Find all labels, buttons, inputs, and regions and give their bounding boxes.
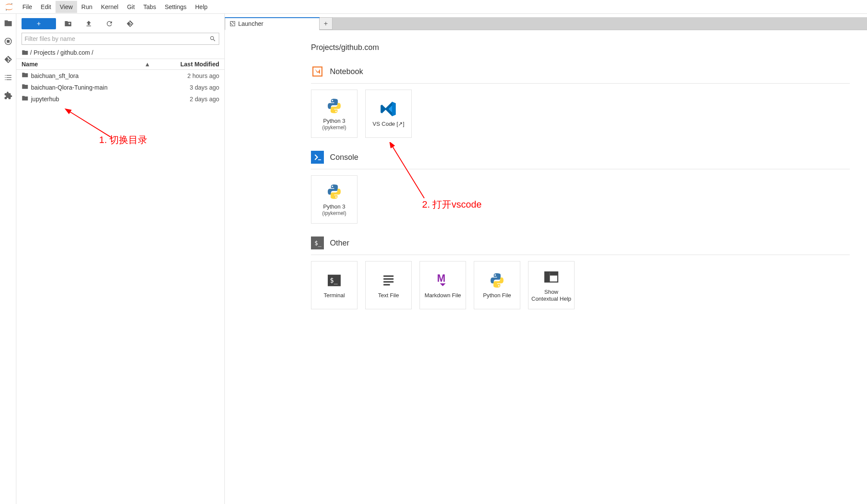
filter-box[interactable]	[22, 33, 219, 45]
card-label: Python File	[483, 292, 511, 299]
svg-rect-3	[7, 40, 9, 43]
markdown-icon: M	[432, 271, 453, 289]
launcher-icon	[230, 21, 236, 27]
card-markdown-file[interactable]: M Markdown File	[420, 261, 466, 309]
card-contextual-help[interactable]: Show Contextual Help	[528, 261, 575, 309]
breadcrumb-part[interactable]: Projects	[34, 49, 56, 56]
svg-point-0	[11, 3, 12, 4]
svg-rect-12	[383, 284, 390, 286]
svg-text:M: M	[437, 273, 445, 284]
card-label: VS Code [↗]	[373, 121, 404, 128]
help-layout-icon	[541, 268, 562, 286]
menu-edit[interactable]: Edit	[37, 1, 56, 13]
svg-rect-15	[545, 272, 550, 282]
divider	[311, 83, 850, 84]
menu-view[interactable]: View	[56, 1, 77, 13]
jupyter-logo	[4, 2, 14, 12]
file-row[interactable]: baichuan-Qlora-Tuning-main 3 days ago	[16, 81, 224, 93]
file-modified: 2 hours ago	[150, 72, 219, 79]
card-python-file[interactable]: Python File	[474, 261, 520, 309]
file-modified: 3 days ago	[150, 84, 219, 91]
new-folder-icon[interactable]	[59, 18, 77, 29]
folder-icon	[22, 83, 28, 91]
file-name: baichuan_sft_lora	[31, 72, 150, 79]
menu-bar: File Edit View Run Kernel Git Tabs Setti…	[0, 0, 867, 14]
breadcrumb-part[interactable]: github.com	[60, 49, 90, 56]
file-name: baichuan-Qlora-Tuning-main	[31, 84, 150, 91]
menu-run[interactable]: Run	[77, 1, 97, 13]
file-browser: / Projects / github.com / Name ▲ Last Mo…	[16, 14, 225, 504]
breadcrumb-sep: /	[30, 49, 32, 56]
git-toolbar-icon[interactable]	[121, 18, 139, 29]
svg-point-1	[6, 9, 6, 10]
menu-file[interactable]: File	[18, 1, 37, 13]
section-title: Other	[330, 239, 349, 248]
section-title: Notebook	[330, 67, 363, 76]
file-toolbar	[16, 14, 224, 33]
folder-icon	[22, 95, 28, 103]
main-content: Launcher + Projects/github.com Notebook	[225, 14, 867, 504]
section-title: Console	[330, 153, 358, 162]
breadcrumb-sep: /	[92, 49, 93, 56]
refresh-icon[interactable]	[101, 18, 118, 29]
svg-text:$_: $_	[314, 240, 322, 247]
header-modified[interactable]: Last Modified	[150, 61, 219, 68]
breadcrumb[interactable]: / Projects / github.com /	[16, 47, 224, 59]
svg-rect-10	[383, 278, 393, 280]
card-text-file[interactable]: Text File	[365, 261, 412, 309]
python-icon	[487, 271, 507, 289]
svg-rect-11	[383, 281, 393, 283]
menu-settings[interactable]: Settings	[160, 1, 191, 13]
card-terminal[interactable]: $_ Terminal	[311, 261, 357, 309]
launcher: Projects/github.com Notebook Python 3	[225, 30, 867, 504]
breadcrumb-sep: /	[57, 49, 59, 56]
vscode-icon	[378, 100, 399, 118]
file-row[interactable]: baichuan_sft_lora 2 hours ago	[16, 70, 224, 81]
notebook-section-icon	[311, 65, 324, 78]
filter-input[interactable]	[25, 35, 209, 42]
sort-asc-icon: ▲	[144, 61, 150, 68]
card-sublabel: (ipykernel)	[322, 124, 346, 131]
folder-tab-icon[interactable]	[3, 18, 13, 28]
card-vscode[interactable]: VS Code [↗]	[365, 90, 412, 138]
file-name: jupyterhub	[31, 96, 150, 103]
activity-bar	[0, 14, 16, 504]
other-section-icon: $_	[311, 236, 324, 249]
python-icon	[324, 97, 345, 115]
menu-kernel[interactable]: Kernel	[96, 1, 122, 13]
extensions-tab-icon[interactable]	[3, 90, 13, 101]
file-list: baichuan_sft_lora 2 hours ago baichuan-Q…	[16, 70, 224, 504]
card-label: Markdown File	[425, 292, 461, 299]
card-python3-notebook[interactable]: Python 3 (ipykernel)	[311, 90, 357, 138]
tab-launcher[interactable]: Launcher	[225, 17, 320, 30]
tab-add-button[interactable]: +	[320, 17, 333, 30]
toc-tab-icon[interactable]	[3, 72, 13, 83]
launcher-path: Projects/github.com	[311, 43, 850, 52]
card-label: Python 3	[323, 118, 345, 124]
file-row[interactable]: jupyterhub 2 days ago	[16, 93, 224, 105]
new-launcher-button[interactable]	[22, 18, 56, 29]
card-sublabel: (ipykernel)	[322, 210, 346, 216]
terminal-icon: $_	[324, 271, 345, 289]
card-label: Text File	[378, 292, 399, 299]
folder-icon	[22, 72, 28, 80]
tab-bar: Launcher +	[225, 17, 867, 30]
menu-git[interactable]: Git	[123, 1, 139, 13]
running-tab-icon[interactable]	[3, 36, 13, 47]
upload-icon[interactable]	[80, 18, 97, 29]
tab-title: Launcher	[238, 20, 263, 27]
header-name[interactable]: Name	[22, 61, 38, 68]
python-icon	[324, 183, 345, 201]
card-label: Terminal	[323, 292, 345, 299]
menu-tabs[interactable]: Tabs	[139, 1, 161, 13]
section-notebook: Notebook Python 3 (ipykernel)	[311, 65, 850, 138]
menu-help[interactable]: Help	[191, 1, 212, 13]
svg-rect-9	[383, 276, 393, 277]
card-python3-console[interactable]: Python 3 (ipykernel)	[311, 175, 357, 224]
file-list-header: Name ▲ Last Modified	[16, 59, 224, 70]
git-tab-icon[interactable]	[3, 54, 13, 65]
card-label: Show Contextual Help	[530, 289, 572, 302]
svg-rect-16	[550, 272, 558, 276]
folder-icon	[22, 49, 28, 56]
section-console: Console Python 3 (ipykernel)	[311, 151, 850, 224]
